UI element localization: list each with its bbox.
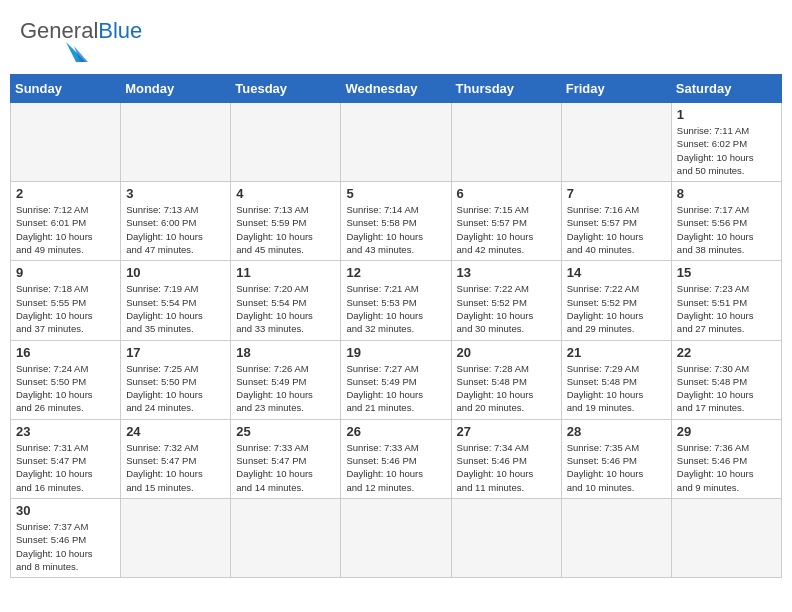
calendar-cell: 19Sunrise: 7:27 AMSunset: 5:49 PMDayligh…: [341, 340, 451, 419]
calendar-cell: [561, 103, 671, 182]
header: GeneralBlue: [10, 10, 782, 69]
calendar-week-row: 2Sunrise: 7:12 AMSunset: 6:01 PMDaylight…: [11, 182, 782, 261]
day-info: Sunrise: 7:12 AMSunset: 6:01 PMDaylight:…: [16, 203, 115, 256]
day-number: 1: [677, 107, 776, 122]
calendar-cell: [451, 103, 561, 182]
day-number: 14: [567, 265, 666, 280]
day-number: 3: [126, 186, 225, 201]
calendar-cell: 5Sunrise: 7:14 AMSunset: 5:58 PMDaylight…: [341, 182, 451, 261]
day-info: Sunrise: 7:35 AMSunset: 5:46 PMDaylight:…: [567, 441, 666, 494]
day-info: Sunrise: 7:27 AMSunset: 5:49 PMDaylight:…: [346, 362, 445, 415]
day-info: Sunrise: 7:29 AMSunset: 5:48 PMDaylight:…: [567, 362, 666, 415]
day-number: 29: [677, 424, 776, 439]
calendar-cell: 22Sunrise: 7:30 AMSunset: 5:48 PMDayligh…: [671, 340, 781, 419]
calendar-cell: 1Sunrise: 7:11 AMSunset: 6:02 PMDaylight…: [671, 103, 781, 182]
calendar-cell: 7Sunrise: 7:16 AMSunset: 5:57 PMDaylight…: [561, 182, 671, 261]
weekday-header-thursday: Thursday: [451, 75, 561, 103]
calendar-cell: 6Sunrise: 7:15 AMSunset: 5:57 PMDaylight…: [451, 182, 561, 261]
day-info: Sunrise: 7:26 AMSunset: 5:49 PMDaylight:…: [236, 362, 335, 415]
calendar-week-row: 9Sunrise: 7:18 AMSunset: 5:55 PMDaylight…: [11, 261, 782, 340]
calendar-cell: 30Sunrise: 7:37 AMSunset: 5:46 PMDayligh…: [11, 498, 121, 577]
calendar-cell: 11Sunrise: 7:20 AMSunset: 5:54 PMDayligh…: [231, 261, 341, 340]
day-number: 23: [16, 424, 115, 439]
day-number: 7: [567, 186, 666, 201]
day-info: Sunrise: 7:20 AMSunset: 5:54 PMDaylight:…: [236, 282, 335, 335]
day-number: 28: [567, 424, 666, 439]
day-number: 30: [16, 503, 115, 518]
day-number: 6: [457, 186, 556, 201]
calendar-cell: 23Sunrise: 7:31 AMSunset: 5:47 PMDayligh…: [11, 419, 121, 498]
calendar-cell: [341, 103, 451, 182]
calendar-week-row: 23Sunrise: 7:31 AMSunset: 5:47 PMDayligh…: [11, 419, 782, 498]
day-info: Sunrise: 7:25 AMSunset: 5:50 PMDaylight:…: [126, 362, 225, 415]
day-info: Sunrise: 7:11 AMSunset: 6:02 PMDaylight:…: [677, 124, 776, 177]
calendar-cell: 27Sunrise: 7:34 AMSunset: 5:46 PMDayligh…: [451, 419, 561, 498]
calendar-cell: 20Sunrise: 7:28 AMSunset: 5:48 PMDayligh…: [451, 340, 561, 419]
calendar-cell: 28Sunrise: 7:35 AMSunset: 5:46 PMDayligh…: [561, 419, 671, 498]
calendar-cell: 13Sunrise: 7:22 AMSunset: 5:52 PMDayligh…: [451, 261, 561, 340]
day-number: 17: [126, 345, 225, 360]
logo-text: GeneralBlue: [20, 20, 142, 42]
calendar-cell: [231, 498, 341, 577]
calendar-cell: [451, 498, 561, 577]
day-info: Sunrise: 7:19 AMSunset: 5:54 PMDaylight:…: [126, 282, 225, 335]
calendar-week-row: 16Sunrise: 7:24 AMSunset: 5:50 PMDayligh…: [11, 340, 782, 419]
day-number: 27: [457, 424, 556, 439]
day-number: 8: [677, 186, 776, 201]
logo-icon: [20, 42, 90, 64]
calendar-cell: 4Sunrise: 7:13 AMSunset: 5:59 PMDaylight…: [231, 182, 341, 261]
calendar-cell: 9Sunrise: 7:18 AMSunset: 5:55 PMDaylight…: [11, 261, 121, 340]
day-info: Sunrise: 7:30 AMSunset: 5:48 PMDaylight:…: [677, 362, 776, 415]
calendar-cell: 8Sunrise: 7:17 AMSunset: 5:56 PMDaylight…: [671, 182, 781, 261]
day-info: Sunrise: 7:15 AMSunset: 5:57 PMDaylight:…: [457, 203, 556, 256]
day-number: 19: [346, 345, 445, 360]
day-info: Sunrise: 7:37 AMSunset: 5:46 PMDaylight:…: [16, 520, 115, 573]
day-number: 21: [567, 345, 666, 360]
day-number: 20: [457, 345, 556, 360]
day-number: 16: [16, 345, 115, 360]
day-number: 4: [236, 186, 335, 201]
day-number: 24: [126, 424, 225, 439]
calendar-week-row: 30Sunrise: 7:37 AMSunset: 5:46 PMDayligh…: [11, 498, 782, 577]
day-info: Sunrise: 7:28 AMSunset: 5:48 PMDaylight:…: [457, 362, 556, 415]
calendar-cell: 12Sunrise: 7:21 AMSunset: 5:53 PMDayligh…: [341, 261, 451, 340]
weekday-header-saturday: Saturday: [671, 75, 781, 103]
day-info: Sunrise: 7:23 AMSunset: 5:51 PMDaylight:…: [677, 282, 776, 335]
day-number: 11: [236, 265, 335, 280]
calendar-cell: [11, 103, 121, 182]
calendar-cell: 29Sunrise: 7:36 AMSunset: 5:46 PMDayligh…: [671, 419, 781, 498]
logo-blue: Blue: [98, 18, 142, 43]
day-info: Sunrise: 7:13 AMSunset: 5:59 PMDaylight:…: [236, 203, 335, 256]
calendar-cell: 2Sunrise: 7:12 AMSunset: 6:01 PMDaylight…: [11, 182, 121, 261]
calendar-week-row: 1Sunrise: 7:11 AMSunset: 6:02 PMDaylight…: [11, 103, 782, 182]
calendar-table: SundayMondayTuesdayWednesdayThursdayFrid…: [10, 74, 782, 578]
day-number: 10: [126, 265, 225, 280]
calendar-cell: 18Sunrise: 7:26 AMSunset: 5:49 PMDayligh…: [231, 340, 341, 419]
day-info: Sunrise: 7:36 AMSunset: 5:46 PMDaylight:…: [677, 441, 776, 494]
day-number: 9: [16, 265, 115, 280]
day-number: 2: [16, 186, 115, 201]
weekday-header-monday: Monday: [121, 75, 231, 103]
weekday-header-wednesday: Wednesday: [341, 75, 451, 103]
day-number: 12: [346, 265, 445, 280]
day-number: 22: [677, 345, 776, 360]
day-number: 15: [677, 265, 776, 280]
calendar-cell: 10Sunrise: 7:19 AMSunset: 5:54 PMDayligh…: [121, 261, 231, 340]
weekday-header-tuesday: Tuesday: [231, 75, 341, 103]
day-info: Sunrise: 7:34 AMSunset: 5:46 PMDaylight:…: [457, 441, 556, 494]
weekday-header-friday: Friday: [561, 75, 671, 103]
calendar-cell: 16Sunrise: 7:24 AMSunset: 5:50 PMDayligh…: [11, 340, 121, 419]
weekday-header-row: SundayMondayTuesdayWednesdayThursdayFrid…: [11, 75, 782, 103]
weekday-header-sunday: Sunday: [11, 75, 121, 103]
calendar-cell: 26Sunrise: 7:33 AMSunset: 5:46 PMDayligh…: [341, 419, 451, 498]
day-number: 26: [346, 424, 445, 439]
calendar-cell: [121, 498, 231, 577]
calendar-cell: [121, 103, 231, 182]
calendar-cell: 21Sunrise: 7:29 AMSunset: 5:48 PMDayligh…: [561, 340, 671, 419]
day-info: Sunrise: 7:33 AMSunset: 5:47 PMDaylight:…: [236, 441, 335, 494]
calendar-cell: [561, 498, 671, 577]
calendar-cell: [231, 103, 341, 182]
day-info: Sunrise: 7:33 AMSunset: 5:46 PMDaylight:…: [346, 441, 445, 494]
calendar-cell: [671, 498, 781, 577]
calendar-cell: 3Sunrise: 7:13 AMSunset: 6:00 PMDaylight…: [121, 182, 231, 261]
